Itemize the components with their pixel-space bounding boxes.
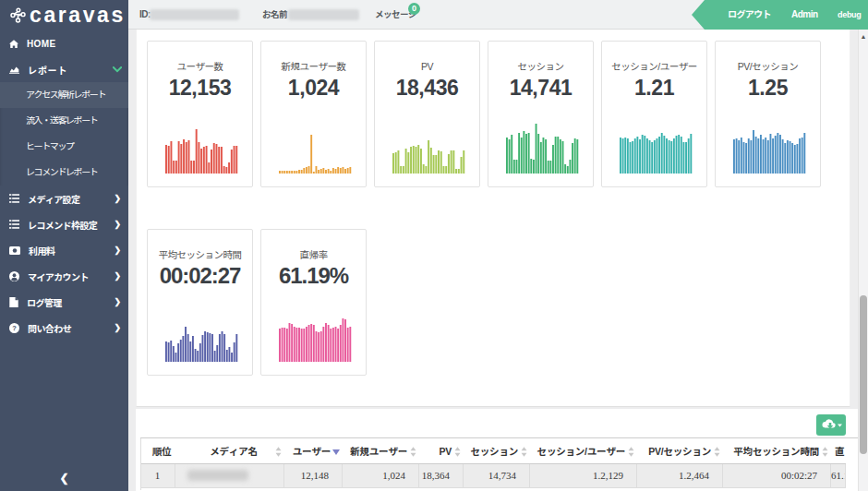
svg-text:?: ? <box>12 324 17 332</box>
